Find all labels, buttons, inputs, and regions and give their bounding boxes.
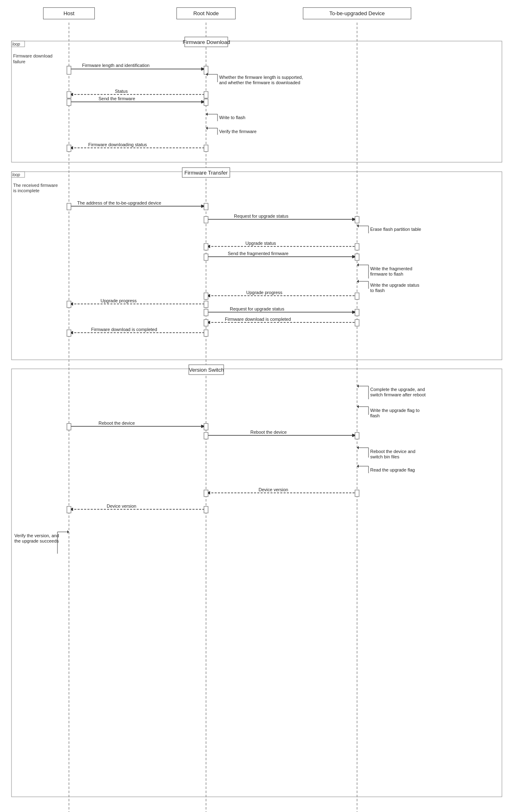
svg-text:Firmware downloading status: Firmware downloading status <box>88 142 147 147</box>
svg-text:Firmware Download: Firmware Download <box>183 39 230 45</box>
svg-marker-39 <box>69 146 73 150</box>
svg-text:Firmware download: Firmware download <box>13 53 53 58</box>
svg-marker-119 <box>357 405 359 408</box>
svg-rect-148 <box>67 506 71 513</box>
svg-text:Complete the upgrade, and: Complete the upgrade, and <box>370 387 425 392</box>
svg-rect-43 <box>11 172 502 360</box>
svg-rect-96 <box>204 309 208 316</box>
svg-marker-76 <box>357 263 359 267</box>
svg-text:Version Switch: Version Switch <box>189 367 224 373</box>
svg-marker-21 <box>69 93 73 96</box>
svg-marker-81 <box>357 280 359 283</box>
svg-marker-26 <box>201 100 206 104</box>
svg-text:Reboot the device and: Reboot the device and <box>370 449 415 454</box>
svg-rect-53 <box>204 203 208 210</box>
svg-rect-129 <box>204 432 208 439</box>
sequence-diagram: loop Firmware download failure Firmware … <box>0 0 513 812</box>
svg-text:Request for upgrade status: Request for upgrade status <box>234 214 289 219</box>
svg-rect-87 <box>355 293 359 299</box>
svg-text:and whether the firmware is do: and whether the firmware is downloaded <box>219 80 300 85</box>
svg-text:loop: loop <box>12 173 20 177</box>
svg-text:Firmware length and identifica: Firmware length and identification <box>82 63 149 68</box>
svg-text:Device version: Device version <box>259 487 288 492</box>
svg-text:Read the upgrade flag: Read the upgrade flag <box>370 467 415 472</box>
svg-text:Firmware download is completed: Firmware download is completed <box>225 317 291 322</box>
svg-marker-128 <box>352 434 357 437</box>
svg-rect-130 <box>355 432 359 439</box>
svg-rect-27 <box>67 99 71 106</box>
svg-text:switch firmware after reboot: switch firmware after reboot <box>370 392 426 397</box>
svg-rect-92 <box>204 301 208 308</box>
svg-text:Reboot the device: Reboot the device <box>250 430 287 435</box>
svg-text:Verify the version, and: Verify the version, and <box>14 533 59 538</box>
svg-text:loop: loop <box>12 42 20 46</box>
svg-rect-8 <box>185 37 228 47</box>
svg-marker-11 <box>201 67 206 71</box>
svg-marker-147 <box>69 508 73 511</box>
svg-rect-41 <box>204 145 208 152</box>
svg-rect-28 <box>204 99 208 106</box>
lifeline-device: To-be-upgraded Device <box>303 7 411 19</box>
svg-text:flash: flash <box>370 413 380 418</box>
svg-marker-17 <box>206 73 208 76</box>
svg-rect-101 <box>204 320 208 326</box>
svg-marker-62 <box>357 224 359 228</box>
svg-rect-109 <box>11 369 502 797</box>
svg-text:Upgrade progress: Upgrade progress <box>246 290 283 295</box>
lifeline-host: Host <box>43 7 95 19</box>
svg-rect-110 <box>189 365 224 375</box>
svg-rect-48 <box>182 168 230 177</box>
svg-text:Write the upgrade status: Write the upgrade status <box>370 283 419 288</box>
svg-text:The received firmware: The received firmware <box>13 183 58 188</box>
svg-text:Reboot the device: Reboot the device <box>98 421 135 426</box>
svg-text:Send the firmware: Send the firmware <box>98 96 135 101</box>
svg-marker-153 <box>67 530 69 534</box>
svg-rect-124 <box>67 423 71 430</box>
svg-rect-71 <box>204 254 208 260</box>
lifeline-root-node: Root Node <box>176 7 236 19</box>
svg-text:Firmware Transfer: Firmware Transfer <box>184 170 228 176</box>
svg-marker-114 <box>357 384 359 388</box>
svg-marker-65 <box>206 245 210 248</box>
svg-marker-139 <box>357 465 359 468</box>
svg-rect-40 <box>67 145 71 152</box>
svg-text:Firmware download is completed: Firmware download is completed <box>91 327 157 332</box>
svg-rect-57 <box>204 216 208 223</box>
svg-rect-102 <box>355 320 359 326</box>
svg-marker-56 <box>352 218 357 221</box>
svg-text:The address of the to-be-upgra: The address of the to-be-upgraded device <box>77 200 161 205</box>
svg-rect-22 <box>67 92 71 98</box>
svg-rect-125 <box>204 423 208 430</box>
svg-text:Request for upgrade status: Request for upgrade status <box>230 306 284 311</box>
svg-rect-58 <box>355 216 359 223</box>
svg-text:Erase flash partition table: Erase flash partition table <box>370 227 421 232</box>
svg-rect-144 <box>355 490 359 497</box>
svg-text:Device version: Device version <box>107 504 136 508</box>
svg-marker-95 <box>352 311 357 314</box>
svg-text:Write to flash: Write to flash <box>219 115 245 120</box>
svg-rect-107 <box>204 330 208 336</box>
svg-rect-23 <box>204 92 208 98</box>
svg-marker-134 <box>357 446 359 449</box>
svg-text:Status: Status <box>115 89 128 94</box>
svg-text:Write the upgrade flag to: Write the upgrade flag to <box>370 408 419 413</box>
svg-text:is incomplete: is incomplete <box>13 188 39 193</box>
svg-rect-149 <box>204 506 208 513</box>
svg-marker-105 <box>69 331 73 334</box>
svg-rect-66 <box>204 244 208 250</box>
svg-text:the upgrade succeeds: the upgrade succeeds <box>14 538 59 543</box>
svg-rect-97 <box>355 309 359 316</box>
svg-marker-142 <box>206 491 210 495</box>
svg-text:to flash: to flash <box>370 288 385 293</box>
svg-rect-3 <box>11 41 502 162</box>
svg-rect-13 <box>204 66 208 74</box>
svg-rect-106 <box>67 330 71 336</box>
svg-marker-100 <box>206 321 210 324</box>
svg-text:Send the fragmented firmware: Send the fragmented firmware <box>228 251 289 256</box>
svg-text:Whether the firmware length is: Whether the firmware length is supported… <box>219 75 303 80</box>
svg-rect-67 <box>355 244 359 250</box>
svg-marker-85 <box>206 294 210 297</box>
svg-marker-32 <box>206 113 208 116</box>
svg-text:failure: failure <box>13 59 25 64</box>
svg-marker-36 <box>206 127 208 130</box>
